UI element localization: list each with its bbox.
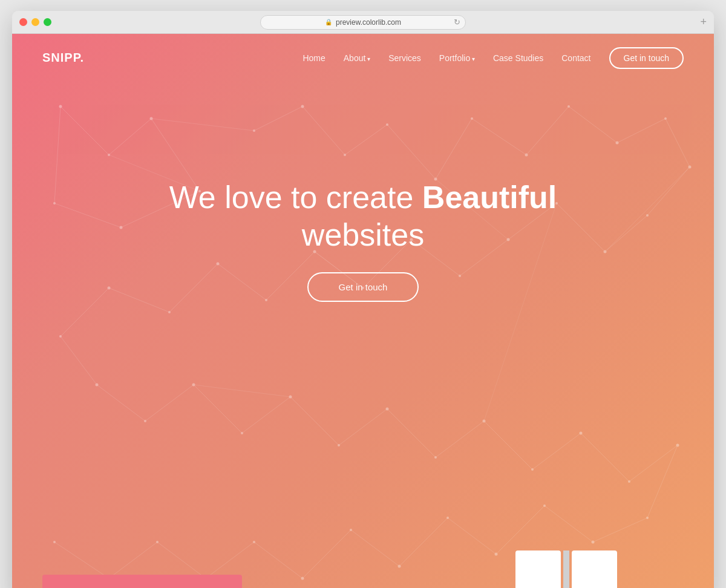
white-card-2 bbox=[572, 550, 617, 588]
browser-window: 🔒 preview.colorlib.com ↻ + bbox=[12, 11, 714, 588]
svg-line-68 bbox=[472, 119, 526, 155]
hero-heading: We love to create Beautiful websites bbox=[169, 178, 557, 254]
url-bar[interactable]: 🔒 preview.colorlib.com ↻ bbox=[260, 15, 466, 30]
nav-item-home[interactable]: Home bbox=[302, 53, 325, 64]
white-card-divider bbox=[563, 550, 569, 588]
svg-line-97 bbox=[581, 433, 629, 482]
svg-line-57 bbox=[109, 119, 151, 155]
svg-line-64 bbox=[302, 106, 345, 155]
nav-item-services[interactable]: Services bbox=[388, 53, 421, 64]
nav-item-about[interactable]: About bbox=[344, 53, 370, 64]
navigation: SNIPP. Home About Services Portfolio Cas… bbox=[12, 34, 714, 82]
nav-link-case-studies[interactable]: Case Studies bbox=[493, 53, 543, 63]
svg-line-93 bbox=[387, 409, 436, 457]
url-text: preview.colorlib.com bbox=[336, 18, 401, 27]
site-logo[interactable]: SNIPP. bbox=[42, 51, 84, 65]
svg-line-86 bbox=[60, 336, 97, 385]
svg-line-69 bbox=[526, 106, 569, 155]
browser-titlebar: 🔒 preview.colorlib.com ↻ + bbox=[12, 11, 714, 34]
svg-line-98 bbox=[629, 445, 678, 482]
svg-line-92 bbox=[339, 409, 387, 445]
svg-line-95 bbox=[484, 421, 532, 469]
svg-line-71 bbox=[617, 119, 666, 143]
svg-line-112 bbox=[151, 119, 254, 131]
minimize-button[interactable] bbox=[31, 18, 39, 26]
svg-line-72 bbox=[666, 119, 690, 167]
svg-line-90 bbox=[242, 397, 290, 433]
nav-link-contact[interactable]: Contact bbox=[561, 53, 590, 63]
website-hero: SNIPP. Home About Services Portfolio Cas… bbox=[12, 34, 714, 588]
bottom-pink-bar bbox=[42, 575, 242, 588]
svg-line-101 bbox=[544, 506, 593, 542]
nav-item-contact[interactable]: Contact bbox=[561, 53, 590, 64]
close-button[interactable] bbox=[19, 18, 27, 26]
nav-link-services[interactable]: Services bbox=[388, 53, 421, 63]
nav-menu: Home About Services Portfolio Case Studi… bbox=[302, 53, 684, 64]
svg-line-115 bbox=[194, 385, 290, 397]
svg-line-91 bbox=[290, 397, 339, 445]
hero-heading-line2: websites bbox=[302, 217, 424, 252]
svg-line-70 bbox=[569, 106, 617, 143]
nav-link-home[interactable]: Home bbox=[302, 53, 325, 63]
nav-cta-button[interactable]: Get in touch bbox=[609, 47, 684, 69]
lock-icon: 🔒 bbox=[325, 19, 332, 25]
hero-section: We love to create Beautiful websites Get… bbox=[12, 178, 714, 302]
svg-line-66 bbox=[387, 125, 436, 179]
white-card-group bbox=[515, 550, 617, 588]
white-card-1 bbox=[515, 550, 561, 588]
reload-icon[interactable]: ↻ bbox=[454, 18, 460, 27]
svg-line-63 bbox=[254, 106, 302, 131]
hero-heading-bold: Beautiful bbox=[422, 180, 557, 215]
hero-cta-button[interactable]: Get in touch bbox=[307, 272, 419, 302]
svg-line-96 bbox=[532, 433, 581, 469]
nav-item-case-studies[interactable]: Case Studies bbox=[493, 53, 543, 64]
traffic-lights bbox=[19, 18, 51, 26]
svg-line-88 bbox=[145, 385, 194, 421]
hero-heading-normal: We love to create bbox=[169, 180, 414, 215]
maximize-button[interactable] bbox=[44, 18, 51, 26]
bottom-peek bbox=[12, 550, 714, 588]
nav-item-portfolio[interactable]: Portfolio bbox=[439, 53, 475, 64]
svg-line-94 bbox=[436, 421, 484, 457]
svg-line-100 bbox=[593, 518, 647, 542]
svg-line-67 bbox=[436, 119, 472, 179]
nav-link-portfolio[interactable]: Portfolio bbox=[439, 53, 475, 63]
svg-line-65 bbox=[345, 125, 387, 155]
svg-line-102 bbox=[496, 506, 544, 554]
svg-line-99 bbox=[647, 445, 678, 518]
nav-link-about[interactable]: About bbox=[344, 53, 370, 63]
new-tab-button[interactable]: + bbox=[700, 16, 707, 28]
svg-line-56 bbox=[60, 106, 109, 155]
svg-line-89 bbox=[194, 385, 242, 433]
nav-item-cta[interactable]: Get in touch bbox=[609, 53, 684, 64]
svg-line-87 bbox=[97, 385, 145, 421]
svg-line-103 bbox=[448, 518, 496, 554]
constellation-background bbox=[12, 34, 714, 588]
